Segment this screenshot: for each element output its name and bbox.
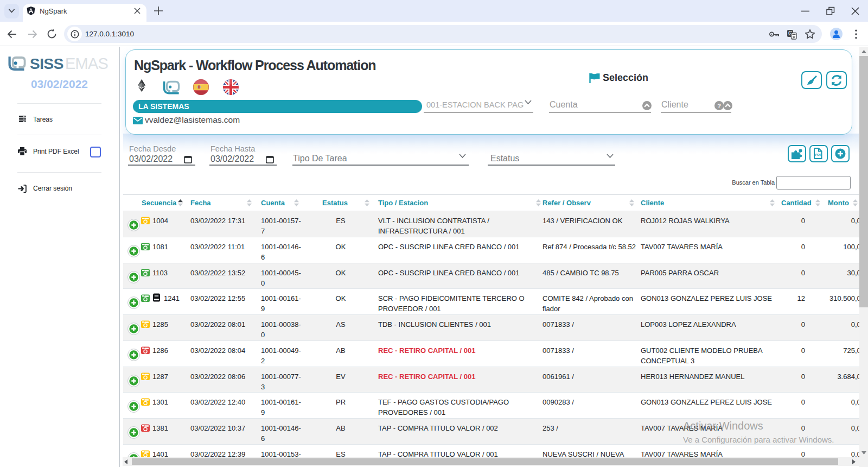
svg-text:PDF: PDF (815, 153, 822, 156)
svg-text:?: ? (717, 103, 721, 109)
svg-text:EMAS: EMAS (65, 55, 108, 72)
svg-text:SISS: SISS (30, 55, 63, 72)
